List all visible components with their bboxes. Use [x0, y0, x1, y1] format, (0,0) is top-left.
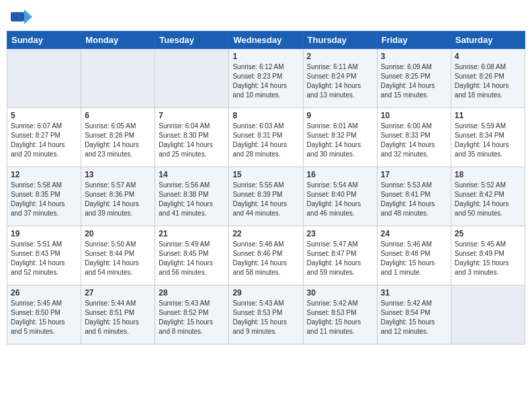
- calendar-day-cell: 23Sunrise: 5:47 AMSunset: 8:47 PMDayligh…: [303, 226, 377, 285]
- day-number: 8: [232, 111, 299, 120]
- calendar-day-cell: 8Sunrise: 6:03 AMSunset: 8:31 PMDaylight…: [229, 108, 303, 167]
- day-info: Sunrise: 5:44 AMSunset: 8:51 PMDaylight:…: [85, 299, 151, 336]
- day-number: 7: [159, 111, 225, 120]
- calendar-day-cell: [81, 49, 155, 108]
- day-number: 26: [11, 288, 77, 298]
- calendar-day-cell: 16Sunrise: 5:54 AMSunset: 8:40 PMDayligh…: [303, 167, 377, 226]
- day-info: Sunrise: 5:47 AMSunset: 8:47 PMDaylight:…: [307, 240, 373, 277]
- calendar-table: SundayMondayTuesdayWednesdayThursdayFrid…: [7, 31, 525, 345]
- calendar-day-cell: 2Sunrise: 6:11 AMSunset: 8:24 PMDaylight…: [303, 49, 377, 108]
- day-info: Sunrise: 5:45 AMSunset: 8:50 PMDaylight:…: [11, 299, 77, 336]
- day-number: 25: [455, 229, 521, 238]
- calendar-day-cell: 5Sunrise: 6:07 AMSunset: 8:27 PMDaylight…: [7, 108, 81, 167]
- weekday-header: Monday: [81, 32, 155, 49]
- calendar-week-row: 1Sunrise: 6:12 AMSunset: 8:23 PMDaylight…: [7, 49, 525, 108]
- day-number: 3: [381, 52, 447, 61]
- day-info: Sunrise: 5:45 AMSunset: 8:49 PMDaylight:…: [455, 240, 521, 277]
- day-number: 15: [232, 170, 299, 179]
- calendar-day-cell: 31Sunrise: 5:42 AMSunset: 8:54 PMDayligh…: [377, 285, 451, 345]
- calendar-day-cell: 24Sunrise: 5:46 AMSunset: 8:48 PMDayligh…: [377, 226, 451, 285]
- day-info: Sunrise: 5:55 AMSunset: 8:39 PMDaylight:…: [232, 181, 299, 218]
- day-info: Sunrise: 5:49 AMSunset: 8:45 PMDaylight:…: [159, 240, 225, 277]
- day-info: Sunrise: 6:07 AMSunset: 8:27 PMDaylight:…: [11, 122, 77, 159]
- calendar-day-cell: 18Sunrise: 5:52 AMSunset: 8:42 PMDayligh…: [451, 167, 525, 226]
- day-info: Sunrise: 5:48 AMSunset: 8:46 PMDaylight:…: [232, 240, 299, 277]
- day-info: Sunrise: 6:12 AMSunset: 8:23 PMDaylight:…: [232, 62, 299, 100]
- day-number: 24: [381, 229, 447, 238]
- day-number: 5: [11, 111, 77, 120]
- calendar-day-cell: 27Sunrise: 5:44 AMSunset: 8:51 PMDayligh…: [81, 285, 155, 345]
- calendar-day-cell: 25Sunrise: 5:45 AMSunset: 8:49 PMDayligh…: [451, 226, 525, 285]
- day-info: Sunrise: 6:11 AMSunset: 8:24 PMDaylight:…: [307, 62, 373, 100]
- weekday-header: Thursday: [303, 32, 377, 49]
- day-info: Sunrise: 5:59 AMSunset: 8:34 PMDaylight:…: [455, 122, 521, 159]
- calendar-day-cell: 28Sunrise: 5:43 AMSunset: 8:52 PMDayligh…: [155, 285, 229, 345]
- calendar-day-cell: 20Sunrise: 5:50 AMSunset: 8:44 PMDayligh…: [81, 226, 155, 285]
- calendar-day-cell: 14Sunrise: 5:56 AMSunset: 8:38 PMDayligh…: [155, 167, 229, 226]
- day-info: Sunrise: 5:42 AMSunset: 8:53 PMDaylight:…: [307, 299, 373, 336]
- calendar-day-cell: 29Sunrise: 5:43 AMSunset: 8:53 PMDayligh…: [229, 285, 303, 345]
- calendar-day-cell: 19Sunrise: 5:51 AMSunset: 8:43 PMDayligh…: [7, 226, 81, 285]
- calendar-day-cell: 10Sunrise: 6:00 AMSunset: 8:33 PMDayligh…: [377, 108, 451, 167]
- day-info: Sunrise: 6:08 AMSunset: 8:26 PMDaylight:…: [455, 62, 521, 100]
- calendar-day-cell: 26Sunrise: 5:45 AMSunset: 8:50 PMDayligh…: [7, 285, 81, 345]
- day-info: Sunrise: 6:00 AMSunset: 8:33 PMDaylight:…: [381, 122, 447, 159]
- page-header: [7, 7, 525, 27]
- calendar-day-cell: 30Sunrise: 5:42 AMSunset: 8:53 PMDayligh…: [303, 285, 377, 345]
- day-number: 16: [307, 170, 373, 179]
- day-info: Sunrise: 5:54 AMSunset: 8:40 PMDaylight:…: [307, 181, 373, 218]
- calendar-day-cell: 7Sunrise: 6:04 AMSunset: 8:30 PMDaylight…: [155, 108, 229, 167]
- day-info: Sunrise: 5:46 AMSunset: 8:48 PMDaylight:…: [381, 240, 447, 277]
- day-number: 9: [307, 111, 373, 120]
- day-number: 4: [455, 52, 521, 61]
- day-number: 22: [232, 229, 299, 238]
- day-number: 30: [307, 288, 373, 298]
- logo-icon: [11, 9, 32, 24]
- weekday-header: Tuesday: [155, 32, 229, 49]
- calendar-day-cell: [7, 49, 81, 108]
- weekday-header: Friday: [377, 32, 451, 49]
- day-info: Sunrise: 6:03 AMSunset: 8:31 PMDaylight:…: [232, 122, 299, 159]
- day-info: Sunrise: 6:01 AMSunset: 8:32 PMDaylight:…: [307, 122, 373, 159]
- calendar-day-cell: 17Sunrise: 5:53 AMSunset: 8:41 PMDayligh…: [377, 167, 451, 226]
- day-number: 20: [85, 229, 151, 238]
- day-number: 10: [381, 111, 447, 120]
- calendar-day-cell: 12Sunrise: 5:58 AMSunset: 8:35 PMDayligh…: [7, 167, 81, 226]
- day-number: 1: [232, 52, 299, 61]
- day-info: Sunrise: 5:53 AMSunset: 8:41 PMDaylight:…: [381, 181, 447, 218]
- day-number: 11: [455, 111, 521, 120]
- weekday-header: Sunday: [7, 32, 81, 49]
- day-info: Sunrise: 6:04 AMSunset: 8:30 PMDaylight:…: [159, 122, 225, 159]
- calendar-day-cell: 11Sunrise: 5:59 AMSunset: 8:34 PMDayligh…: [451, 108, 525, 167]
- calendar-day-cell: 1Sunrise: 6:12 AMSunset: 8:23 PMDaylight…: [229, 49, 303, 108]
- calendar-day-cell: 13Sunrise: 5:57 AMSunset: 8:36 PMDayligh…: [81, 167, 155, 226]
- day-number: 23: [307, 229, 373, 238]
- day-info: Sunrise: 5:42 AMSunset: 8:54 PMDaylight:…: [381, 299, 447, 336]
- day-info: Sunrise: 5:58 AMSunset: 8:35 PMDaylight:…: [11, 181, 77, 218]
- day-number: 12: [11, 170, 77, 179]
- calendar-day-cell: [451, 285, 525, 345]
- day-number: 19: [11, 229, 77, 238]
- day-number: 18: [455, 170, 521, 179]
- day-info: Sunrise: 5:43 AMSunset: 8:52 PMDaylight:…: [159, 299, 225, 336]
- calendar-header-row: SundayMondayTuesdayWednesdayThursdayFrid…: [7, 32, 525, 49]
- logo: [11, 9, 34, 24]
- day-info: Sunrise: 5:56 AMSunset: 8:38 PMDaylight:…: [159, 181, 225, 218]
- calendar-day-cell: 4Sunrise: 6:08 AMSunset: 8:26 PMDaylight…: [451, 49, 525, 108]
- calendar-week-row: 26Sunrise: 5:45 AMSunset: 8:50 PMDayligh…: [7, 285, 525, 345]
- calendar-week-row: 12Sunrise: 5:58 AMSunset: 8:35 PMDayligh…: [7, 167, 525, 226]
- svg-marker-1: [24, 9, 32, 24]
- calendar-day-cell: [155, 49, 229, 108]
- calendar-day-cell: 3Sunrise: 6:09 AMSunset: 8:25 PMDaylight…: [377, 49, 451, 108]
- calendar-week-row: 19Sunrise: 5:51 AMSunset: 8:43 PMDayligh…: [7, 226, 525, 285]
- calendar-day-cell: 6Sunrise: 6:05 AMSunset: 8:28 PMDaylight…: [81, 108, 155, 167]
- day-number: 28: [159, 288, 225, 298]
- calendar-week-row: 5Sunrise: 6:07 AMSunset: 8:27 PMDaylight…: [7, 108, 525, 167]
- day-info: Sunrise: 5:52 AMSunset: 8:42 PMDaylight:…: [455, 181, 521, 218]
- calendar-day-cell: 15Sunrise: 5:55 AMSunset: 8:39 PMDayligh…: [229, 167, 303, 226]
- calendar-day-cell: 21Sunrise: 5:49 AMSunset: 8:45 PMDayligh…: [155, 226, 229, 285]
- day-info: Sunrise: 5:51 AMSunset: 8:43 PMDaylight:…: [11, 240, 77, 277]
- day-info: Sunrise: 6:09 AMSunset: 8:25 PMDaylight:…: [381, 62, 447, 100]
- day-number: 21: [159, 229, 225, 238]
- day-number: 31: [381, 288, 447, 298]
